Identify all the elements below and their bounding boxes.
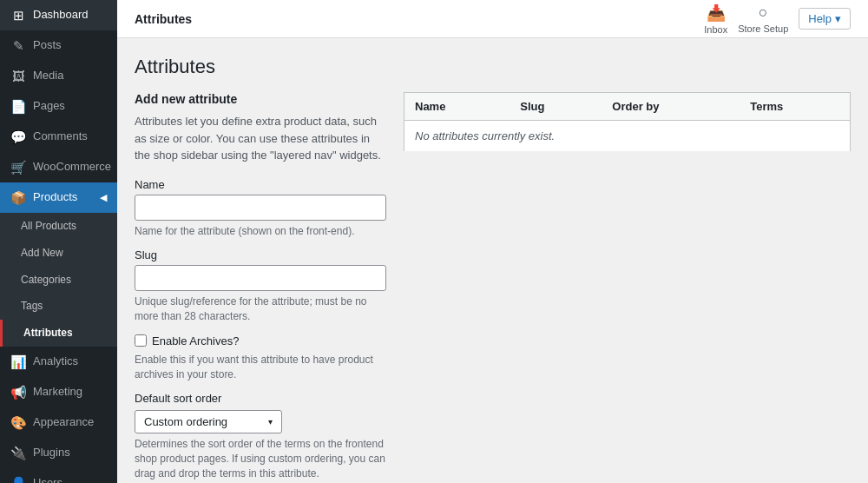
sidebar-item-attributes[interactable]: Attributes <box>0 320 117 347</box>
sort-order-select[interactable]: Custom ordering ▾ <box>135 410 282 433</box>
sort-order-value: Custom ordering <box>144 415 227 428</box>
sidebar-pages-label: Pages <box>33 98 65 114</box>
inbox-icon: 📥 <box>707 3 726 23</box>
sidebar-item-analytics[interactable]: 📊 Analytics <box>0 347 117 377</box>
topbar-right: 📥 Inbox ○ Store Setup Help ▾ <box>704 3 851 35</box>
page-title: Attributes <box>135 56 851 78</box>
help-label: Help <box>808 12 832 25</box>
enable-archives-hint: Enable this if you want this attribute t… <box>135 353 386 382</box>
enable-archives-checkbox[interactable] <box>135 334 147 347</box>
sidebar-dashboard-label: Dashboard <box>33 7 89 23</box>
sidebar-marketing-label: Marketing <box>33 384 82 400</box>
chevron-down-icon: ▾ <box>835 12 841 25</box>
sidebar-woocommerce-label: WooCommerce <box>33 159 111 175</box>
products-submenu: All Products Add New Categories Tags Att… <box>0 213 117 347</box>
marketing-icon: 📢 <box>10 383 26 401</box>
sidebar-media-label: Media <box>33 68 63 83</box>
plugins-icon: 🔌 <box>10 444 26 462</box>
sidebar-posts-label: Posts <box>33 37 62 53</box>
topbar: Attributes 📥 Inbox ○ Store Setup Help ▾ <box>117 0 868 38</box>
products-icon: 📦 <box>10 189 26 207</box>
attributes-table-panel: Name Slug Order by Terms No attributes c… <box>404 92 851 152</box>
table-empty-row: No attributes currently exist. <box>404 121 851 152</box>
sidebar-item-appearance[interactable]: 🎨 Appearance <box>0 407 117 438</box>
analytics-icon: 📊 <box>10 353 26 371</box>
empty-message: No attributes currently exist. <box>404 121 851 152</box>
sidebar-appearance-label: Appearance <box>33 414 94 430</box>
add-attribute-panel: Add new attribute Attributes let you def… <box>135 92 386 483</box>
name-label: Name <box>135 178 386 191</box>
woocommerce-icon: 🛒 <box>10 158 26 176</box>
sidebar-users-label: Users <box>33 475 62 483</box>
sidebar-analytics-label: Analytics <box>33 354 78 369</box>
attributes-label: Attributes <box>23 326 73 341</box>
comments-icon: 💬 <box>10 128 26 146</box>
main-area: Attributes 📥 Inbox ○ Store Setup Help ▾ … <box>117 0 868 483</box>
sidebar: ⊞ Dashboard ✎ Posts 🖼 Media 📄 Pages 💬 Co… <box>0 0 117 483</box>
sidebar-item-posts[interactable]: ✎ Posts <box>0 30 117 61</box>
chevron-down-icon: ▾ <box>268 417 273 427</box>
arrow-icon: ◀ <box>100 191 107 204</box>
topbar-title: Attributes <box>135 12 192 26</box>
col-slug: Slug <box>510 93 602 121</box>
sidebar-item-tags[interactable]: Tags <box>0 293 117 320</box>
slug-field-group: Slug Unique slug/reference for the attri… <box>135 248 386 324</box>
enable-archives-label: Enable Archives? <box>152 334 239 347</box>
content-area: Attributes Add new attribute Attributes … <box>117 38 868 483</box>
media-icon: 🖼 <box>10 67 26 85</box>
slug-input[interactable] <box>135 265 386 291</box>
enable-archives-group: Enable Archives? Enable this if you want… <box>135 334 386 382</box>
slug-label: Slug <box>135 248 386 261</box>
sidebar-item-users[interactable]: 👤 Users <box>0 468 117 483</box>
attributes-table: Name Slug Order by Terms No attributes c… <box>404 92 851 152</box>
slug-hint: Unique slug/reference for the attribute;… <box>135 294 386 324</box>
sidebar-item-comments[interactable]: 💬 Comments <box>0 122 117 152</box>
sidebar-item-products[interactable]: 📦 Products ◀ <box>0 182 117 213</box>
sidebar-item-pages[interactable]: 📄 Pages <box>0 91 117 122</box>
appearance-icon: 🎨 <box>10 414 26 432</box>
tags-label: Tags <box>21 299 43 314</box>
content-inner: Attributes Add new attribute Attributes … <box>135 56 851 466</box>
pages-icon: 📄 <box>10 97 26 116</box>
store-setup-button[interactable]: ○ Store Setup <box>738 3 788 34</box>
sidebar-plugins-label: Plugins <box>33 445 70 460</box>
sort-order-group: Default sort order Custom ordering ▾ Det… <box>135 392 386 480</box>
sidebar-item-dashboard[interactable]: ⊞ Dashboard <box>0 0 117 30</box>
posts-icon: ✎ <box>10 36 26 55</box>
sidebar-item-add-new[interactable]: Add New <box>0 240 117 267</box>
sidebar-item-media[interactable]: 🖼 Media <box>0 61 117 91</box>
name-field-group: Name Name for the attribute (shown on th… <box>135 178 386 239</box>
add-section-title: Add new attribute <box>135 92 386 106</box>
enable-archives-row: Enable Archives? <box>135 334 386 347</box>
inbox-button[interactable]: 📥 Inbox <box>704 3 727 35</box>
help-button[interactable]: Help ▾ <box>799 8 851 30</box>
sidebar-item-plugins[interactable]: 🔌 Plugins <box>0 438 117 468</box>
sidebar-item-marketing[interactable]: 📢 Marketing <box>0 377 117 407</box>
sidebar-item-categories[interactable]: Categories <box>0 267 117 294</box>
sidebar-item-woocommerce[interactable]: 🛒 WooCommerce <box>0 152 117 182</box>
add-section-desc: Attributes let you define extra product … <box>135 113 386 164</box>
inbox-label: Inbox <box>704 24 727 35</box>
users-icon: 👤 <box>10 474 26 483</box>
name-input[interactable] <box>135 195 386 221</box>
sidebar-item-all-products[interactable]: All Products <box>0 213 117 240</box>
name-hint: Name for the attribute (shown on the fro… <box>135 224 386 239</box>
col-name: Name <box>404 93 510 121</box>
dashboard-icon: ⊞ <box>10 6 26 24</box>
col-order-by: Order by <box>602 93 740 121</box>
col-terms: Terms <box>740 93 850 121</box>
store-setup-icon: ○ <box>759 3 768 22</box>
all-products-label: All Products <box>21 219 76 234</box>
add-new-label: Add New <box>21 246 63 261</box>
sort-order-hint: Determines the sort order of the terms o… <box>135 437 386 480</box>
sidebar-comments-label: Comments <box>33 129 88 144</box>
sort-order-label: Default sort order <box>135 392 386 405</box>
table-header: Name Slug Order by Terms <box>404 93 851 121</box>
categories-label: Categories <box>21 273 71 288</box>
sidebar-products-label: Products <box>33 189 77 205</box>
store-setup-label: Store Setup <box>738 23 788 34</box>
